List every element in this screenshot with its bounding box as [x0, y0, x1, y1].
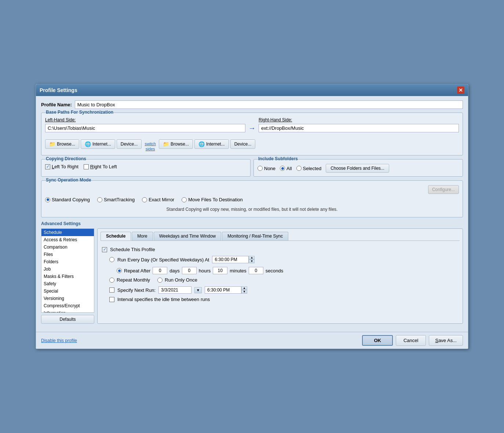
tab-monitoring[interactable]: Monitoring / Real-Time Sync	[222, 232, 288, 241]
subfolders-selected-option[interactable]: Selected	[296, 166, 322, 171]
subfolders-all-option[interactable]: All	[280, 166, 292, 171]
dialog-title: Profile Settings	[40, 87, 77, 93]
adv-item-files[interactable]: Files	[41, 251, 94, 258]
right-path-input[interactable]	[259, 124, 459, 132]
repeat-monthly-radio[interactable]	[109, 278, 114, 283]
configure-row: Configure...	[45, 185, 459, 195]
right-device-button[interactable]: Device...	[230, 139, 256, 149]
tab-schedule[interactable]: Schedule	[101, 232, 131, 241]
switch-sides-link[interactable]: switchsides	[145, 135, 156, 152]
repeat-after-radio[interactable]	[117, 268, 122, 273]
copying-directions-options: Left To Right Right To Left	[45, 164, 246, 169]
exact-mirror-radio[interactable]	[142, 197, 147, 202]
repeat-minutes-input[interactable]	[213, 267, 227, 274]
profile-name-row: Profile Name:	[41, 100, 463, 109]
sync-mode-options: Standard Copying SmartTracking Exact Mir…	[45, 197, 459, 202]
adv-item-schedule[interactable]: Schedule	[41, 229, 94, 236]
smart-tracking-option[interactable]: SmartTracking	[97, 197, 135, 202]
subfolders-none-option[interactable]: None	[258, 166, 275, 171]
schedule-this-profile-checkbox[interactable]	[102, 247, 107, 252]
run-only-once-radio[interactable]	[157, 278, 162, 283]
left-hand-label: Left-Hand Side:	[45, 117, 245, 122]
configure-button[interactable]: Configure...	[428, 185, 459, 194]
advanced-list: Schedule Access & Retries Comparison Fil…	[41, 228, 94, 313]
middle-groups-row: Copying Directions Left To Right Right T…	[41, 159, 463, 180]
right-internet-button[interactable]: 🌐 Internet...	[194, 139, 229, 149]
left-internet-button[interactable]: 🌐 Internet...	[81, 139, 115, 149]
move-files-radio[interactable]	[182, 197, 187, 202]
left-to-right-checkbox[interactable]	[45, 164, 50, 169]
schedule-this-profile-row: Schedule This Profile	[102, 247, 458, 252]
repeat-seconds-input[interactable]	[249, 267, 263, 274]
left-browse-button[interactable]: 📁 Browse...	[45, 139, 79, 149]
tab-weekdays[interactable]: Weekdays and Time Window	[154, 232, 222, 241]
disable-profile-link[interactable]: Disable this profile	[41, 338, 77, 343]
date-dropdown-button[interactable]: ▼	[194, 287, 202, 293]
left-to-right-option[interactable]: Left To Right	[45, 164, 78, 169]
run-only-once-label: Run Only Once	[165, 277, 197, 283]
specify-time-group: ▲ ▼	[205, 286, 247, 294]
folder-icon-right: 📁	[163, 141, 169, 147]
interval-checkbox[interactable]	[109, 297, 114, 302]
smart-tracking-radio[interactable]	[97, 197, 102, 202]
close-button[interactable]: ✕	[457, 87, 464, 94]
repeat-monthly-option: Repeat Monthly	[109, 277, 150, 283]
left-side-panel: Left-Hand Side:	[45, 117, 245, 132]
specify-time-up-button[interactable]: ▲	[241, 286, 247, 290]
folder-icon-left: 📁	[49, 141, 55, 147]
subfolders-all-radio[interactable]	[280, 166, 285, 171]
adv-item-masks-filters[interactable]: Masks & Filters	[41, 273, 94, 280]
subfolders-selected-radio[interactable]	[296, 166, 302, 171]
ok-button[interactable]: OK	[362, 335, 393, 346]
right-browse-button[interactable]: 📁 Browse...	[159, 139, 193, 149]
profile-name-input[interactable]	[75, 100, 463, 109]
repeat-hours-input[interactable]	[182, 267, 197, 274]
specify-time-spinner: ▲ ▼	[241, 286, 247, 294]
sync-mode-group: Sync Operation Mode Configure... Standar…	[41, 180, 463, 217]
time-down-button[interactable]: ▼	[249, 260, 255, 263]
specify-time-down-button[interactable]: ▼	[241, 290, 247, 294]
left-to-right-label: Left To Right	[52, 164, 78, 169]
adv-item-access-retries[interactable]: Access & Retries	[41, 236, 94, 243]
include-subfolders-group: Include Subfolders None All Selected Cho	[253, 159, 463, 177]
left-device-button[interactable]: Device...	[117, 139, 142, 149]
move-files-option[interactable]: Move Files To Destination	[182, 197, 243, 202]
adv-item-job[interactable]: Job	[41, 265, 94, 273]
run-every-day-radio[interactable]	[109, 257, 114, 262]
defaults-button[interactable]: Defaults	[41, 315, 94, 324]
adv-item-special[interactable]: Special	[41, 287, 94, 295]
adv-item-safety[interactable]: Safety	[41, 280, 94, 287]
standard-copying-radio[interactable]	[45, 197, 50, 202]
cancel-button[interactable]: Cancel	[396, 335, 426, 346]
adv-item-comparison[interactable]: Comparison	[41, 243, 94, 251]
time-up-button[interactable]: ▲	[249, 256, 255, 260]
specify-time-input[interactable]	[205, 286, 241, 294]
subfolders-selected-label: Selected	[303, 166, 322, 171]
adv-item-information[interactable]: Information	[41, 309, 94, 313]
left-path-input[interactable]	[45, 124, 245, 132]
specify-next-run-checkbox[interactable]	[109, 287, 114, 293]
subfolders-none-radio[interactable]	[258, 166, 263, 171]
repeat-days-input[interactable]	[153, 267, 167, 274]
standard-copying-option[interactable]: Standard Copying	[45, 197, 90, 202]
tab-more[interactable]: More	[132, 232, 153, 241]
dialog-content: Profile Name: Base Paths For Synchroniza…	[36, 96, 468, 332]
adv-item-compress-encrypt[interactable]: Compress/Encrypt	[41, 302, 94, 309]
exact-mirror-option[interactable]: Exact Mirror	[142, 197, 174, 202]
right-device-label: Device...	[234, 142, 252, 147]
specify-date-input[interactable]	[158, 286, 191, 294]
right-hand-label: Right-Hand Side:	[259, 117, 459, 122]
adv-item-folders[interactable]: Folders	[41, 258, 94, 265]
include-subfolders-label: Include Subfolders	[257, 156, 299, 161]
save-as-button[interactable]: Save As...	[429, 335, 463, 346]
adv-item-versioning[interactable]: Versioning	[41, 295, 94, 302]
right-to-left-option[interactable]: Right To Left	[84, 164, 117, 169]
right-to-left-checkbox[interactable]	[84, 164, 89, 169]
run-time-input[interactable]	[212, 256, 249, 263]
exact-mirror-label: Exact Mirror	[149, 197, 174, 202]
schedule-tab-content: Schedule This Profile Run Every Day (Or …	[101, 245, 460, 304]
interval-label: Interval specifies the idle time between…	[117, 297, 210, 302]
choose-folders-button[interactable]: Choose Folders and Files...	[326, 164, 389, 173]
seconds-label: seconds	[266, 268, 283, 274]
profile-settings-dialog: Profile Settings ✕ Profile Name: Base Pa…	[36, 84, 468, 349]
